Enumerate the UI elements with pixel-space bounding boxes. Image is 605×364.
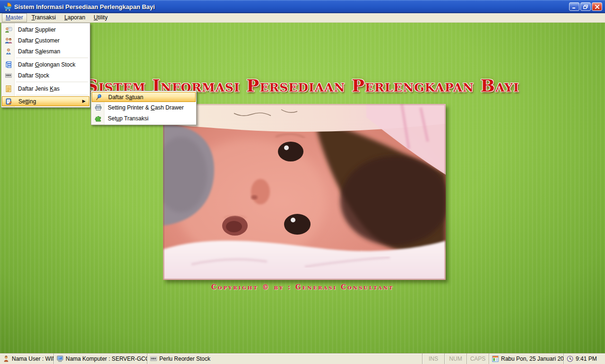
clock-icon <box>566 355 574 363</box>
baby-photo <box>163 104 446 280</box>
menu-item-label: Daftar Supplier <box>15 26 56 33</box>
application-window: Sistem Informasi Persediaan Perlengkapan… <box>0 0 605 364</box>
ins-indicator: INS <box>429 356 438 362</box>
num-indicator: NUM <box>449 356 462 362</box>
status-panel-date: Rabu Pon, 25 Januari 2012 <box>489 354 563 364</box>
restore-button[interactable] <box>580 2 591 11</box>
status-time-text: 9:41 PM <box>576 356 597 362</box>
menu-bar: Master Transaksi Laporan Utility <box>0 13 605 23</box>
status-computer-text: Nama Komputer : SERVER-GCOM <box>66 356 147 362</box>
menu-item-label: Daftar Salesman <box>15 48 60 55</box>
submenu-arrow-icon: ▶ <box>82 99 86 103</box>
status-panel-ins: INS <box>422 354 444 364</box>
computer-icon <box>56 355 64 363</box>
printer-icon <box>92 104 104 111</box>
window-title: Sistem Informasi Persediaan Perlengkapan… <box>14 3 569 10</box>
menubar-item-transaksi[interactable]: Transaksi <box>28 13 60 22</box>
salesman-icon <box>2 48 15 55</box>
status-panel-reorder: Perlu Reorder Stock <box>147 354 422 364</box>
submenu-item-setup-transaksi[interactable]: Setup Transaksi <box>92 113 196 124</box>
master-menu-popup: Daftar Supplier Daftar Customer <box>1 23 90 108</box>
menu-separator <box>16 58 88 58</box>
pushpin-icon <box>92 93 105 101</box>
status-reorder-text: Perlu Reorder Stock <box>159 356 210 362</box>
menu-item-daftar-jenis-kas[interactable]: Daftar Jenis Kas <box>2 83 89 94</box>
menu-item-label: Daftar Customer <box>15 37 60 44</box>
minimize-button[interactable] <box>569 2 579 11</box>
user-icon <box>2 355 10 363</box>
close-button[interactable] <box>592 2 602 11</box>
barcode-icon <box>2 72 15 79</box>
menu-item-label: Setting <box>15 98 36 105</box>
stroller-icon <box>3 2 12 11</box>
caps-indicator: CAPS <box>470 356 486 362</box>
status-panel-caps: CAPS <box>467 354 489 364</box>
menu-item-setting[interactable]: Setting ▶ <box>2 96 89 106</box>
menu-item-daftar-supplier[interactable]: Daftar Supplier <box>2 24 89 35</box>
menu-item-label: Daftar Jenis Kas <box>15 85 60 92</box>
status-bar: Nama User : WIN7 Nama Komputer : SERVER-… <box>0 353 605 364</box>
menu-item-label: Daftar Stock <box>15 72 49 79</box>
menu-item-daftar-golongan-stock[interactable]: Daftar Golongan Stock <box>2 59 89 70</box>
menu-item-label: Setting Printer & Cash Drawer <box>104 104 184 111</box>
title-bar: Sistem Informasi Persediaan Perlengkapan… <box>0 0 605 13</box>
menu-item-label: Setup Transaksi <box>104 115 148 122</box>
setting-submenu-popup: Daftar Satuan Setting Printer & Cash Dra… <box>91 91 197 125</box>
setting-icon <box>2 98 15 105</box>
jenis-kas-icon <box>2 85 15 93</box>
menu-item-label: Daftar Golongan Stock <box>15 61 75 68</box>
calendar-icon <box>492 355 499 363</box>
menubar-item-utility[interactable]: Utility <box>90 13 111 22</box>
status-date-text: Rabu Pon, 25 Januari 2012 <box>501 356 563 362</box>
menu-item-daftar-salesman[interactable]: Daftar Salesman <box>2 46 89 57</box>
status-panel-time: 9:41 PM <box>563 354 605 364</box>
supplier-icon <box>2 26 15 34</box>
menubar-item-laporan[interactable]: Laporan <box>60 13 89 22</box>
menubar-item-master[interactable]: Master <box>2 13 27 22</box>
status-panel-computer: Nama Komputer : SERVER-GCOM <box>53 354 147 364</box>
client-area: Sistem Informasi Persediaan Perlengkapan… <box>0 23 605 353</box>
reorder-barcode-icon <box>150 355 157 363</box>
submenu-item-daftar-satuan[interactable]: Daftar Satuan <box>92 92 196 102</box>
status-user-text: Nama User : WIN7 <box>12 356 53 362</box>
copyright-text: Copyright © by : Generasi Consultant <box>0 283 605 291</box>
puzzle-icon <box>92 115 104 122</box>
status-panel-user: Nama User : WIN7 <box>0 354 53 364</box>
menu-separator <box>16 82 88 82</box>
status-panel-num: NUM <box>444 354 467 364</box>
golongan-stock-icon <box>2 61 15 68</box>
submenu-item-setting-printer[interactable]: Setting Printer & Cash Drawer <box>92 102 196 113</box>
customer-icon <box>2 37 15 44</box>
menu-separator <box>16 95 88 95</box>
menu-item-daftar-customer[interactable]: Daftar Customer <box>2 35 89 46</box>
menu-item-daftar-stock[interactable]: Daftar Stock <box>2 70 89 81</box>
menu-item-label: Daftar Satuan <box>105 94 143 101</box>
